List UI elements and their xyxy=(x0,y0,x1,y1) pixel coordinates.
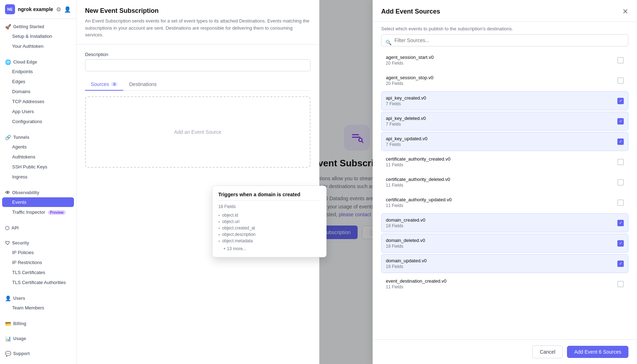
tooltip-title: Triggers when a domain is created xyxy=(218,192,320,197)
new-event-panel: New Event Subscription An Event Subscrip… xyxy=(76,0,319,364)
source-checkbox-11[interactable] xyxy=(617,281,624,287)
source-checkbox-7[interactable] xyxy=(617,199,624,206)
settings-icon[interactable]: ⚙ xyxy=(56,6,61,13)
add-source-area[interactable]: Add an Event Source xyxy=(85,96,310,168)
sources-tabs: Sources 0 Destinations xyxy=(85,79,310,91)
header-icons: ⚙ 👤 xyxy=(56,6,71,13)
tooltip-field-2: object.uri xyxy=(218,218,320,225)
sidebar-section-support: 💬 Support xyxy=(0,346,76,361)
source-item[interactable]: domain_updated.v0 18 Fields ✓ xyxy=(381,254,628,273)
source-item[interactable]: domain_created.v0 18 Fields ✓ xyxy=(381,213,628,232)
app-name: ngrok example xyxy=(18,6,53,12)
source-checkbox-2[interactable]: ✓ xyxy=(617,98,624,104)
sidebar-section-usage: 📊 Usage xyxy=(0,331,76,346)
source-item[interactable]: certificate_authority_deleted.v0 11 Fiel… xyxy=(381,173,628,192)
sidebar-item-ip-policies[interactable]: IP Policies xyxy=(2,248,74,257)
cancel-button[interactable]: Cancel xyxy=(532,345,563,358)
usage-icon: 📊 xyxy=(5,336,11,342)
sidebar-item-ip-restrictions[interactable]: IP Restrictions xyxy=(2,258,74,267)
source-checkbox-10[interactable]: ✓ xyxy=(617,261,624,267)
sidebar-item-authtoken[interactable]: Your Authtoken xyxy=(2,41,74,51)
sidebar-item-tcp[interactable]: TCP Addresses xyxy=(2,97,74,106)
sidebar-item-endpoints[interactable]: Endpoints xyxy=(2,67,74,76)
source-checkbox-0[interactable] xyxy=(617,57,624,64)
sidebar-header: NE ngrok example ⚙ 👤 xyxy=(0,0,76,19)
panel-desc: An Event Subscription sends events for a… xyxy=(85,17,310,39)
add-source-placeholder: Add an Event Source xyxy=(174,129,221,135)
sidebar-item-app-users[interactable]: App Users xyxy=(2,107,74,116)
asp-subtitle: Select which events to publish to the su… xyxy=(373,22,637,34)
sidebar-section-billing: 💳 Billing xyxy=(0,316,76,331)
sources-count-badge: 0 xyxy=(111,82,118,86)
tooltip-field-4: object.description xyxy=(218,231,320,238)
sidebar-item-tls-certs[interactable]: TLS Certificates xyxy=(2,268,74,277)
sidebar-security-title[interactable]: 🛡 Security xyxy=(0,238,76,247)
sidebar-usage-title[interactable]: 📊 Usage xyxy=(0,334,76,343)
tooltip-divider xyxy=(218,200,320,201)
sidebar-item-events[interactable]: Events xyxy=(2,197,74,207)
tooltip-field-5: object.metadata xyxy=(218,238,320,244)
sidebar-cloud-edge-title[interactable]: 🌐 Cloud Edge xyxy=(0,57,76,66)
source-item[interactable]: api_key_updated.v0 7 Fields ✓ xyxy=(381,132,628,151)
sidebar-item-ssh-keys[interactable]: SSH Public Keys xyxy=(2,162,74,172)
description-label: Description xyxy=(85,52,310,57)
source-item[interactable]: agent_session_stop.v0 20 Fields xyxy=(381,71,628,90)
asp-sources-list: agent_session_start.v0 20 Fields agent_s… xyxy=(373,51,637,339)
close-icon[interactable]: ✕ xyxy=(622,7,628,16)
source-item[interactable]: api_key_created.v0 7 Fields ✓ xyxy=(381,91,628,110)
panel-title: New Event Subscription xyxy=(85,7,310,15)
source-checkbox-1[interactable] xyxy=(617,77,624,84)
sidebar-item-agents[interactable]: Agents xyxy=(2,142,74,152)
sidebar-item-edges[interactable]: Edges xyxy=(2,77,74,86)
sidebar-section-tunnels: 🔗 Tunnels Agents Authtokens SSH Public K… xyxy=(0,130,76,185)
sidebar-section-security: 🛡 Security IP Policies IP Restrictions T… xyxy=(0,235,76,290)
asp-search-wrap: 🔍 xyxy=(373,34,637,51)
api-icon: ⬡ xyxy=(5,225,9,231)
source-item[interactable]: api_key_deleted.v0 7 Fields ✓ xyxy=(381,112,628,131)
panel-header: New Event Subscription An Event Subscrip… xyxy=(76,0,319,45)
sidebar-section-users: 👤 Users Team Members xyxy=(0,290,76,316)
source-checkbox-9[interactable]: ✓ xyxy=(617,240,624,247)
sidebar-item-team-members[interactable]: Team Members xyxy=(2,303,74,313)
add-event-sources-button[interactable]: Add Event 6 Sources xyxy=(567,346,628,358)
filter-sources-input[interactable] xyxy=(381,34,628,46)
tab-sources[interactable]: Sources 0 xyxy=(85,79,123,91)
sidebar-tunnels-title[interactable]: 🔗 Tunnels xyxy=(0,132,76,142)
sidebar-item-setup[interactable]: Setup & Installation xyxy=(2,31,74,41)
source-item[interactable]: agent_session_start.v0 20 Fields xyxy=(381,51,628,70)
source-item[interactable]: domain_deleted.v0 18 Fields ✓ xyxy=(381,234,628,253)
sidebar-support-title[interactable]: 💬 Support xyxy=(0,349,76,358)
support-icon: 💬 xyxy=(5,351,11,357)
sidebar-item-domains[interactable]: Domains xyxy=(2,87,74,96)
sidebar-section-getting-started: 🚀 Getting Started Setup & Installation Y… xyxy=(0,19,76,54)
tooltip-popup: Triggers when a domain is created 18 Fie… xyxy=(212,186,327,257)
source-checkbox-6[interactable] xyxy=(617,179,624,186)
tab-destinations[interactable]: Destinations xyxy=(123,79,162,91)
sidebar-billing-title[interactable]: 💳 Billing xyxy=(0,319,76,328)
users-icon: 👤 xyxy=(5,295,11,301)
sidebar-api-title[interactable]: ⬡ API xyxy=(0,223,76,232)
sidebar-item-traffic-inspector[interactable]: Traffic Inspector Preview xyxy=(2,207,74,217)
sidebar-users-title[interactable]: 👤 Users xyxy=(0,293,76,303)
sidebar-item-authtokens[interactable]: Authtokens xyxy=(2,152,74,162)
source-checkbox-8[interactable]: ✓ xyxy=(617,220,624,226)
tooltip-field-1: object.id xyxy=(218,212,320,218)
description-input[interactable] xyxy=(85,59,310,71)
asp-title: Add Event Sources xyxy=(381,8,440,15)
sidebar-item-tls-ca[interactable]: TLS Certificate Authorities xyxy=(2,278,74,287)
sidebar-observability-title[interactable]: 👁 Observability xyxy=(0,188,76,197)
source-item[interactable]: certificate_authority_created.v0 11 Fiel… xyxy=(381,152,628,171)
user-icon[interactable]: 👤 xyxy=(64,6,71,13)
sidebar-item-ingress[interactable]: Ingress xyxy=(2,172,74,182)
source-checkbox-4[interactable]: ✓ xyxy=(617,138,624,145)
observability-icon: 👁 xyxy=(5,190,10,196)
getting-started-icon: 🚀 xyxy=(5,24,11,30)
source-checkbox-3[interactable]: ✓ xyxy=(617,118,624,125)
preview-badge: Preview xyxy=(48,210,66,215)
sidebar-section-cloud-edge: 🌐 Cloud Edge Endpoints Edges Domains TCP… xyxy=(0,54,76,130)
source-item[interactable]: event_destination_created.v0 11 Fields xyxy=(381,274,628,293)
sidebar-getting-started-title[interactable]: 🚀 Getting Started xyxy=(0,22,76,31)
source-item[interactable]: certificate_authority_updated.v0 11 Fiel… xyxy=(381,193,628,212)
source-checkbox-5[interactable] xyxy=(617,159,624,165)
sidebar-item-configurations[interactable]: Configurations xyxy=(2,117,74,126)
